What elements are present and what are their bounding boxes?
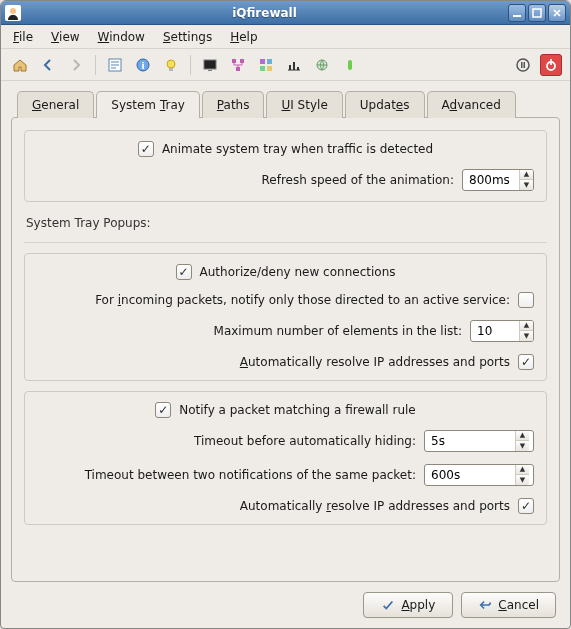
incoming-checkbox[interactable]: [518, 292, 534, 308]
apply-button[interactable]: Apply: [363, 592, 453, 618]
menubar: File View Window Settings Help: [1, 25, 570, 49]
timeout-hide-spinbox[interactable]: ▲▼: [424, 430, 534, 452]
close-button[interactable]: [548, 4, 566, 22]
resolve1-checkbox[interactable]: [518, 354, 534, 370]
svg-rect-21: [348, 60, 352, 70]
menu-view[interactable]: View: [43, 27, 87, 47]
chart-icon[interactable]: [283, 54, 305, 76]
chevron-down-icon[interactable]: ▼: [516, 475, 529, 485]
app-icon: [5, 5, 21, 21]
divider: [24, 242, 547, 243]
chevron-down-icon[interactable]: ▼: [520, 180, 533, 190]
auth-group: Authorize/deny new connections For incom…: [24, 253, 547, 381]
cancel-button[interactable]: Cancel: [461, 592, 556, 618]
maxlist-label: Maximum number of elements in the list:: [214, 324, 462, 338]
timeout-between-spinbox[interactable]: ▲▼: [424, 464, 534, 486]
network-icon[interactable]: [227, 54, 249, 76]
grid-icon[interactable]: [255, 54, 277, 76]
log-icon[interactable]: [104, 54, 126, 76]
svg-text:i: i: [141, 61, 144, 71]
window-buttons: [508, 4, 566, 22]
maxlist-input[interactable]: [471, 324, 519, 338]
bulb-icon[interactable]: [160, 54, 182, 76]
animate-checkbox[interactable]: [138, 141, 154, 157]
popups-header: System Tray Popups:: [26, 216, 547, 230]
resolve2-checkbox[interactable]: [518, 498, 534, 514]
authorize-checkbox[interactable]: [176, 264, 192, 280]
refresh-speed-spinbox[interactable]: ▲▼: [462, 169, 534, 191]
minimize-button[interactable]: [508, 4, 526, 22]
green-icon[interactable]: [339, 54, 361, 76]
tab-general[interactable]: General: [17, 91, 94, 118]
animation-group: Animate system tray when traffic is dete…: [24, 130, 547, 202]
svg-rect-24: [524, 62, 526, 68]
refresh-speed-input[interactable]: [463, 173, 519, 187]
content-area: General System Tray Paths UI Style Updat…: [1, 81, 570, 628]
chevron-up-icon[interactable]: ▲: [520, 170, 533, 180]
menu-file[interactable]: File: [5, 27, 41, 47]
tab-advanced[interactable]: Advanced: [427, 91, 516, 118]
tab-panel-system-tray: Animate system tray when traffic is dete…: [11, 117, 560, 582]
check-icon: [381, 598, 395, 612]
chevron-down-icon[interactable]: ▼: [516, 441, 529, 451]
menu-window[interactable]: Window: [90, 27, 153, 47]
tab-bar: General System Tray Paths UI Style Updat…: [11, 91, 560, 118]
svg-rect-23: [521, 62, 523, 68]
resolve1-label: Automatically resolve IP addresses and p…: [240, 355, 510, 369]
svg-rect-9: [208, 70, 212, 71]
svg-rect-18: [293, 62, 295, 70]
timeout-hide-label: Timeout before automatically hiding:: [194, 434, 416, 448]
power-icon[interactable]: [540, 54, 562, 76]
back-arrow-icon: [478, 598, 492, 612]
svg-rect-11: [240, 59, 244, 63]
svg-point-0: [10, 8, 16, 14]
maximize-button[interactable]: [528, 4, 546, 22]
home-icon[interactable]: [9, 54, 31, 76]
chevron-up-icon[interactable]: ▲: [516, 465, 529, 475]
monitor-icon[interactable]: [199, 54, 221, 76]
menu-help[interactable]: Help: [222, 27, 265, 47]
tab-updates[interactable]: Updates: [345, 91, 425, 118]
svg-rect-16: [267, 66, 272, 71]
animate-label: Animate system tray when traffic is dete…: [162, 142, 433, 156]
svg-point-22: [517, 59, 529, 71]
incoming-label: For incoming packets, notify only those …: [95, 293, 510, 307]
resolve2-label: Automatically resolve IP addresses and p…: [240, 499, 510, 513]
timeout-hide-input[interactable]: [425, 434, 515, 448]
tab-system-tray[interactable]: System Tray: [96, 91, 200, 118]
back-icon[interactable]: [37, 54, 59, 76]
forward-icon[interactable]: [65, 54, 87, 76]
svg-rect-12: [236, 67, 240, 71]
authorize-label: Authorize/deny new connections: [200, 265, 396, 279]
svg-rect-2: [533, 9, 541, 17]
svg-rect-10: [232, 59, 236, 63]
svg-rect-13: [260, 59, 265, 64]
globe-icon[interactable]: [311, 54, 333, 76]
match-label: Notify a packet matching a firewall rule: [179, 403, 415, 417]
maxlist-spinbox[interactable]: ▲▼: [470, 320, 534, 342]
chevron-up-icon[interactable]: ▲: [520, 321, 533, 331]
refresh-speed-label: Refresh speed of the animation:: [262, 173, 454, 187]
info-icon[interactable]: i: [132, 54, 154, 76]
chevron-up-icon[interactable]: ▲: [516, 431, 529, 441]
chevron-down-icon[interactable]: ▼: [520, 331, 533, 341]
tab-paths[interactable]: Paths: [202, 91, 265, 118]
timeout-between-label: Timeout between two notifications of the…: [85, 468, 416, 482]
svg-rect-1: [513, 15, 521, 17]
svg-rect-26: [550, 59, 552, 65]
timeout-between-input[interactable]: [425, 468, 515, 482]
app-window: iQfirewall File View Window Settings Hel…: [0, 0, 571, 629]
svg-rect-8: [204, 60, 216, 69]
toolbar: i: [1, 49, 570, 81]
svg-rect-19: [297, 67, 299, 70]
menu-settings[interactable]: Settings: [155, 27, 220, 47]
titlebar: iQfirewall: [1, 1, 570, 25]
tab-ui-style[interactable]: UI Style: [266, 91, 342, 118]
pause-icon[interactable]: [512, 54, 534, 76]
svg-rect-15: [260, 66, 265, 71]
toolbar-separator: [190, 55, 191, 75]
toolbar-separator: [95, 55, 96, 75]
match-checkbox[interactable]: [155, 402, 171, 418]
match-group: Notify a packet matching a firewall rule…: [24, 391, 547, 525]
svg-rect-17: [289, 65, 291, 70]
